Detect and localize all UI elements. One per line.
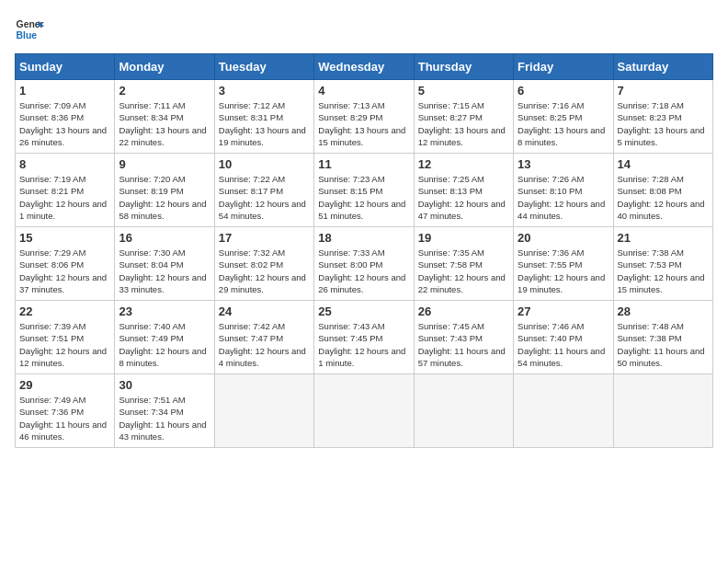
day-info: Sunrise: 7:43 AMSunset: 7:45 PMDaylight:…: [318, 320, 409, 369]
day-header-wednesday: Wednesday: [314, 54, 414, 80]
day-number: 6: [518, 84, 609, 98]
day-number: 12: [418, 157, 509, 171]
calendar-cell: 27Sunrise: 7:46 AMSunset: 7:40 PMDayligh…: [514, 301, 613, 374]
day-info: Sunrise: 7:19 AMSunset: 8:21 PMDaylight:…: [19, 173, 110, 222]
day-number: 23: [119, 304, 210, 318]
day-number: 19: [418, 231, 509, 245]
day-number: 20: [518, 231, 609, 245]
day-number: 22: [19, 304, 110, 318]
day-info: Sunrise: 7:12 AMSunset: 8:31 PMDaylight:…: [219, 99, 310, 148]
day-number: 16: [119, 231, 210, 245]
day-info: Sunrise: 7:49 AMSunset: 7:36 PMDaylight:…: [19, 394, 110, 442]
calendar-cell: 15Sunrise: 7:29 AMSunset: 8:06 PMDayligh…: [16, 227, 115, 301]
day-info: Sunrise: 7:28 AMSunset: 8:08 PMDaylight:…: [618, 173, 709, 222]
day-info: Sunrise: 7:20 AMSunset: 8:19 PMDaylight:…: [119, 173, 210, 222]
day-number: 14: [618, 157, 709, 171]
calendar-cell: 17Sunrise: 7:32 AMSunset: 8:02 PMDayligh…: [214, 227, 313, 301]
day-info: Sunrise: 7:45 AMSunset: 7:43 PMDaylight:…: [418, 320, 509, 369]
day-number: 24: [219, 304, 310, 318]
calendar-cell: 30Sunrise: 7:51 AMSunset: 7:34 PMDayligh…: [115, 374, 214, 448]
day-info: Sunrise: 7:25 AMSunset: 8:13 PMDaylight:…: [418, 173, 509, 222]
calendar-cell: 1Sunrise: 7:09 AMSunset: 8:36 PMDaylight…: [16, 80, 115, 154]
day-info: Sunrise: 7:11 AMSunset: 8:34 PMDaylight:…: [119, 99, 210, 148]
day-info: Sunrise: 7:09 AMSunset: 8:36 PMDaylight:…: [19, 99, 110, 148]
calendar-cell: 19Sunrise: 7:35 AMSunset: 7:58 PMDayligh…: [414, 227, 513, 301]
day-number: 13: [518, 157, 609, 171]
day-number: 30: [119, 378, 210, 392]
calendar-cell: 29Sunrise: 7:49 AMSunset: 7:36 PMDayligh…: [16, 374, 115, 448]
calendar-cell: 4Sunrise: 7:13 AMSunset: 8:29 PMDaylight…: [314, 80, 414, 154]
day-info: Sunrise: 7:40 AMSunset: 7:49 PMDaylight:…: [119, 320, 210, 369]
calendar-cell: 6Sunrise: 7:16 AMSunset: 8:25 PMDaylight…: [514, 80, 613, 154]
calendar-cell: [613, 374, 712, 448]
calendar-cell: 11Sunrise: 7:23 AMSunset: 8:15 PMDayligh…: [314, 154, 414, 227]
day-number: 18: [318, 231, 409, 245]
day-info: Sunrise: 7:42 AMSunset: 7:47 PMDaylight:…: [219, 320, 310, 369]
calendar-cell: 18Sunrise: 7:33 AMSunset: 8:00 PMDayligh…: [314, 227, 414, 301]
day-info: Sunrise: 7:35 AMSunset: 7:58 PMDaylight:…: [418, 247, 509, 295]
day-number: 5: [418, 84, 509, 98]
day-number: 1: [19, 84, 110, 98]
calendar-cell: 2Sunrise: 7:11 AMSunset: 8:34 PMDaylight…: [115, 80, 214, 154]
day-info: Sunrise: 7:48 AMSunset: 7:38 PMDaylight:…: [618, 320, 709, 369]
calendar-cell: 21Sunrise: 7:38 AMSunset: 7:53 PMDayligh…: [613, 227, 712, 301]
day-info: Sunrise: 7:23 AMSunset: 8:15 PMDaylight:…: [318, 173, 409, 222]
calendar-cell: 22Sunrise: 7:39 AMSunset: 7:51 PMDayligh…: [16, 301, 115, 374]
day-number: 28: [618, 304, 709, 318]
calendar-cell: [514, 374, 613, 448]
calendar-week-row: 29Sunrise: 7:49 AMSunset: 7:36 PMDayligh…: [16, 374, 713, 448]
calendar-week-row: 22Sunrise: 7:39 AMSunset: 7:51 PMDayligh…: [16, 301, 713, 374]
calendar-week-row: 1Sunrise: 7:09 AMSunset: 8:36 PMDaylight…: [16, 80, 713, 154]
day-number: 29: [19, 378, 110, 392]
day-number: 3: [219, 84, 310, 98]
calendar-cell: 26Sunrise: 7:45 AMSunset: 7:43 PMDayligh…: [414, 301, 513, 374]
calendar-cell: 5Sunrise: 7:15 AMSunset: 8:27 PMDaylight…: [414, 80, 513, 154]
svg-text:Blue: Blue: [17, 30, 38, 40]
day-header-thursday: Thursday: [414, 54, 513, 80]
day-info: Sunrise: 7:13 AMSunset: 8:29 PMDaylight:…: [318, 99, 409, 148]
day-header-tuesday: Tuesday: [214, 54, 313, 80]
calendar-cell: 25Sunrise: 7:43 AMSunset: 7:45 PMDayligh…: [314, 301, 414, 374]
day-header-saturday: Saturday: [613, 54, 712, 80]
calendar-cell: 13Sunrise: 7:26 AMSunset: 8:10 PMDayligh…: [514, 154, 613, 227]
day-info: Sunrise: 7:51 AMSunset: 7:34 PMDaylight:…: [119, 394, 210, 442]
calendar-cell: 14Sunrise: 7:28 AMSunset: 8:08 PMDayligh…: [613, 154, 712, 227]
calendar-cell: 3Sunrise: 7:12 AMSunset: 8:31 PMDaylight…: [214, 80, 313, 154]
day-info: Sunrise: 7:32 AMSunset: 8:02 PMDaylight:…: [219, 247, 310, 295]
calendar-cell: 20Sunrise: 7:36 AMSunset: 7:55 PMDayligh…: [514, 227, 613, 301]
calendar-cell: 8Sunrise: 7:19 AMSunset: 8:21 PMDaylight…: [16, 154, 115, 227]
calendar-cell: 24Sunrise: 7:42 AMSunset: 7:47 PMDayligh…: [214, 301, 313, 374]
day-header-sunday: Sunday: [16, 54, 115, 80]
day-number: 2: [119, 84, 210, 98]
calendar-cell: 28Sunrise: 7:48 AMSunset: 7:38 PMDayligh…: [613, 301, 712, 374]
day-info: Sunrise: 7:22 AMSunset: 8:17 PMDaylight:…: [219, 173, 310, 222]
day-header-monday: Monday: [115, 54, 214, 80]
calendar-week-row: 8Sunrise: 7:19 AMSunset: 8:21 PMDaylight…: [16, 154, 713, 227]
day-number: 15: [19, 231, 110, 245]
calendar-cell: [414, 374, 513, 448]
day-number: 8: [19, 157, 110, 171]
calendar-cell: [214, 374, 313, 448]
day-number: 26: [418, 304, 509, 318]
day-info: Sunrise: 7:30 AMSunset: 8:04 PMDaylight:…: [119, 247, 210, 295]
day-info: Sunrise: 7:39 AMSunset: 7:51 PMDaylight:…: [19, 320, 110, 369]
day-info: Sunrise: 7:26 AMSunset: 8:10 PMDaylight:…: [518, 173, 609, 222]
day-number: 17: [219, 231, 310, 245]
day-number: 11: [318, 157, 409, 171]
calendar-cell: [314, 374, 414, 448]
day-number: 4: [318, 84, 409, 98]
logo-icon: General Blue: [15, 15, 44, 44]
logo: General Blue: [15, 15, 44, 44]
day-info: Sunrise: 7:16 AMSunset: 8:25 PMDaylight:…: [518, 99, 609, 148]
day-header-friday: Friday: [514, 54, 613, 80]
day-info: Sunrise: 7:38 AMSunset: 7:53 PMDaylight:…: [618, 247, 709, 295]
calendar-cell: 7Sunrise: 7:18 AMSunset: 8:23 PMDaylight…: [613, 80, 712, 154]
day-info: Sunrise: 7:36 AMSunset: 7:55 PMDaylight:…: [518, 247, 609, 295]
day-info: Sunrise: 7:33 AMSunset: 8:00 PMDaylight:…: [318, 247, 409, 295]
calendar-table: SundayMondayTuesdayWednesdayThursdayFrid…: [15, 53, 713, 448]
day-number: 9: [119, 157, 210, 171]
calendar-cell: 16Sunrise: 7:30 AMSunset: 8:04 PMDayligh…: [115, 227, 214, 301]
day-number: 7: [618, 84, 709, 98]
day-number: 21: [618, 231, 709, 245]
calendar-cell: 23Sunrise: 7:40 AMSunset: 7:49 PMDayligh…: [115, 301, 214, 374]
